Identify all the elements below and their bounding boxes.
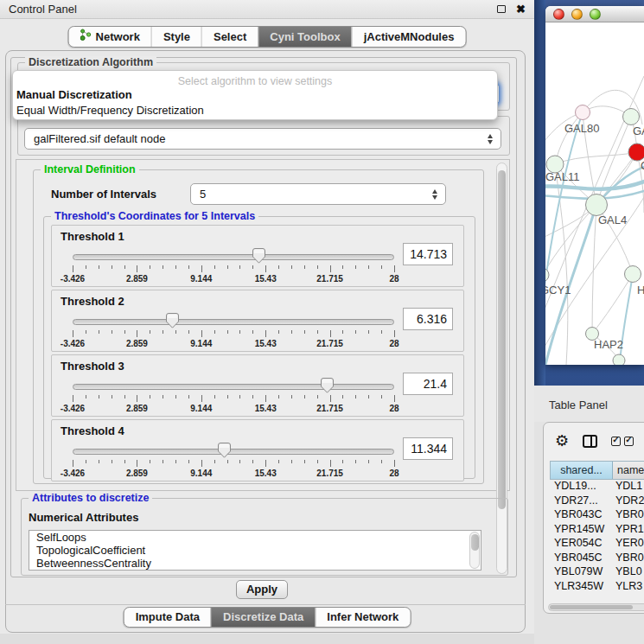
scrollbar-thumb[interactable] <box>498 170 506 509</box>
threshold-slider[interactable]: -3.4262.8599.14415.4321.71528 <box>73 246 394 286</box>
tick-mark <box>317 265 318 269</box>
checked-checkbox-icon[interactable] <box>624 437 634 446</box>
scale-label: 2.859 <box>126 404 148 413</box>
slider-thumb-icon[interactable] <box>252 248 265 264</box>
tick-mark <box>99 395 99 399</box>
threshold-value-field[interactable]: 14.713 <box>403 243 453 265</box>
network-edge[interactable] <box>545 205 596 275</box>
close-traffic-light-icon[interactable] <box>553 9 564 20</box>
tick-mark <box>265 395 266 402</box>
network-node-gcy1[interactable] <box>545 268 549 282</box>
network-node-ga[interactable] <box>623 109 640 125</box>
network-edge-highlighted[interactable] <box>545 112 583 308</box>
network-node-c[interactable] <box>628 143 644 161</box>
table-data-combobox[interactable]: galFiltered.sif default node <box>24 128 501 150</box>
checked-checkbox-icon[interactable] <box>611 437 621 446</box>
tab-label: Cyni Toolbox <box>270 27 340 47</box>
table-row[interactable]: YBR043CYBR0 <box>550 508 644 523</box>
tick-mark <box>86 330 86 334</box>
split-columns-icon[interactable] <box>583 435 597 448</box>
table-row[interactable]: YLR345WYLR3 <box>550 580 644 595</box>
network-edge-highlighted[interactable] <box>620 274 633 365</box>
tick-mark <box>330 395 331 402</box>
slider-thumb-icon[interactable] <box>166 313 179 328</box>
tab-label: jActiveMNodules <box>364 27 455 47</box>
table-row[interactable]: YDL19...YDL1 <box>550 480 644 494</box>
scrollbar-thumb[interactable] <box>550 605 633 609</box>
tab-infer-network[interactable]: Infer Network <box>315 608 410 627</box>
right-panel: GAL80GACGAL11GAL4GCY1HHAP2 Table Panel ⚙… <box>534 0 644 644</box>
threshold-value-field[interactable]: 6.316 <box>403 308 453 330</box>
network-edge[interactable] <box>592 274 633 334</box>
slider-track[interactable] <box>73 319 394 325</box>
attributes-listbox[interactable]: SelfLoopsTopologicalCoefficientBetweenne… <box>29 530 481 571</box>
tab-style[interactable]: Style <box>151 27 201 47</box>
scrollbar-thumb[interactable] <box>471 534 479 551</box>
zoom-traffic-light-icon[interactable] <box>590 9 601 20</box>
algorithm-option-manual-discretization[interactable]: Manual Discretization <box>13 87 497 103</box>
tick-mark <box>150 265 150 269</box>
close-icon[interactable]: ✖ <box>516 3 526 15</box>
algorithm-option-equal-width-frequency-discretization[interactable]: Equal Width/Frequency Discretization <box>13 103 497 118</box>
table-row[interactable]: YBL079WYBL0 <box>550 565 644 580</box>
network-node-label: GAL11 <box>545 170 580 183</box>
network-canvas[interactable]: GAL80GACGAL11GAL4GCY1HHAP2 <box>545 22 644 365</box>
table-row[interactable]: YER054CYER0 <box>550 537 644 552</box>
cell-shared-name: YIL052C <box>550 594 612 595</box>
column-header-shared-name[interactable]: shared... <box>551 462 613 479</box>
tick-mark <box>188 330 189 334</box>
threshold-slider[interactable]: -3.4262.8599.14415.4321.71528 <box>73 311 394 351</box>
table-row[interactable]: YDR27...YDR2 <box>550 494 644 509</box>
network-icon <box>80 27 92 47</box>
threshold-slider[interactable]: -3.4262.8599.14415.4321.71528 <box>73 441 394 481</box>
table-horizontal-scrollbar[interactable] <box>548 603 644 611</box>
tick-mark <box>291 460 292 463</box>
apply-button[interactable]: Apply <box>236 580 288 599</box>
attribute-item-topologicalcoefficient[interactable]: TopologicalCoefficient <box>29 544 481 557</box>
scale-label: 9.144 <box>190 274 212 284</box>
network-node-h[interactable] <box>625 266 641 283</box>
slider-track[interactable] <box>73 449 394 455</box>
tab-network[interactable]: Network <box>69 27 151 47</box>
attribute-item-betweennesscentrality[interactable]: BetweennessCentrality <box>29 557 481 570</box>
column-header-name[interactable]: name <box>613 462 644 479</box>
table-row[interactable]: YIL052CYIL0 <box>550 594 644 595</box>
slider-track[interactable] <box>73 254 394 260</box>
tab-impute-data[interactable]: Impute Data <box>124 608 211 627</box>
minimize-traffic-light-icon[interactable] <box>571 9 583 20</box>
threshold-slider[interactable]: -3.4262.8599.14415.4321.71528 <box>73 376 394 416</box>
network-node[interactable] <box>613 354 625 365</box>
cell-shared-name: YER054C <box>550 537 612 552</box>
gear-icon[interactable]: ⚙ <box>555 433 569 449</box>
attribute-item-selfloops[interactable]: SelfLoops <box>29 531 481 544</box>
cell-name: YIL0 <box>612 594 644 595</box>
table-row[interactable]: YBR045CYBR0 <box>550 552 644 566</box>
table-row[interactable]: YPR145WYPR1 <box>550 523 644 538</box>
network-node-gal4[interactable] <box>586 194 608 216</box>
network-node-gal80[interactable] <box>576 105 590 120</box>
tick-mark <box>112 265 112 269</box>
num-intervals-combobox[interactable]: 5 <box>190 183 446 205</box>
tick-mark <box>330 330 331 337</box>
slider-track[interactable] <box>73 384 394 390</box>
attributes-scrollbar[interactable] <box>469 532 480 569</box>
tick-mark <box>188 460 189 463</box>
threshold-value-field[interactable]: 21.4 <box>403 373 453 395</box>
tick-mark <box>227 460 228 463</box>
threshold-row: Threshold 1 -3.4262.8599.14415.4321.7152… <box>51 225 464 287</box>
tick-mark <box>252 395 253 399</box>
network-graph[interactable]: GAL80GACGAL11GAL4GCY1HHAP2 <box>545 22 644 365</box>
threshold-value-field[interactable]: 11.344 <box>403 437 453 460</box>
slider-thumb-icon[interactable] <box>218 443 231 458</box>
tab-jactivemnodules[interactable]: jActiveMNodules <box>352 27 466 47</box>
tick-mark <box>188 265 189 269</box>
tab-select[interactable]: Select <box>201 27 258 47</box>
slider-thumb-icon[interactable] <box>321 378 334 393</box>
tab-discretize-data[interactable]: Discretize Data <box>211 608 315 627</box>
network-node-label: GA <box>633 124 644 137</box>
network-edge[interactable] <box>596 117 631 205</box>
tab-cyni-toolbox[interactable]: Cyni Toolbox <box>258 27 351 47</box>
float-window-icon[interactable] <box>497 5 506 13</box>
tick-mark <box>112 395 112 399</box>
scale-label: 15.43 <box>255 339 277 348</box>
